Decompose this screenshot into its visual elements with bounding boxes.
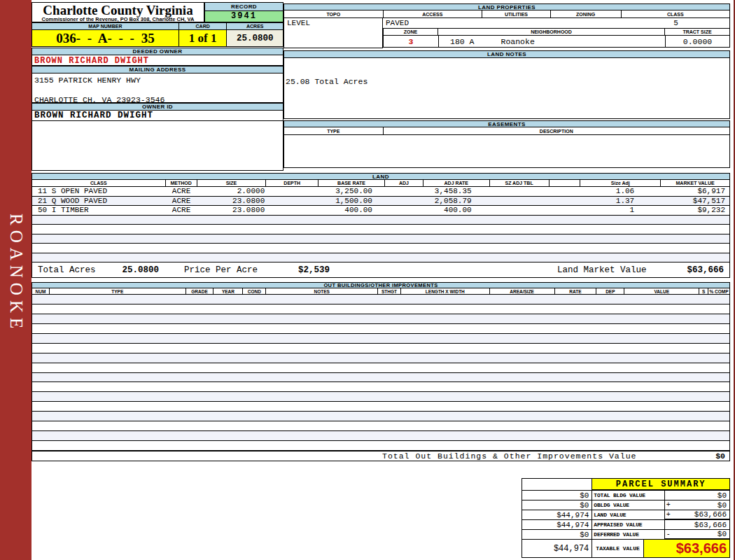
land-market-value-total: $63,666	[687, 265, 724, 275]
out-buildings-body	[31, 295, 730, 451]
summary-left-value: $0	[522, 491, 592, 500]
table-row	[32, 373, 729, 383]
class-value: 5	[622, 19, 730, 27]
summary-left-value: $0	[522, 500, 592, 510]
acres-label: ACRES	[227, 23, 283, 29]
land-base-rate: 3,250.00	[318, 187, 385, 195]
ob-col-notes: NOTES	[266, 288, 378, 294]
land-size-adj: 1.06	[580, 187, 661, 195]
access-header: ACCESS	[384, 10, 483, 18]
table-row	[32, 392, 729, 402]
easement-type-label: TYPE	[284, 127, 384, 134]
owner-id-label: OWNER ID	[31, 103, 284, 111]
land-method: ACRE	[166, 187, 197, 195]
land-col-method: METHOD	[166, 180, 197, 186]
zone-label: ZONE	[384, 29, 438, 35]
table-row	[32, 244, 729, 253]
map-value-row: 036- - A- - - 35 1 of 1 25.0800	[31, 30, 284, 47]
neighborhood-value: 180 A Roanoke	[438, 36, 665, 47]
land-totals-row: Total Acres 25.0800 Price Per Acre $2,53…	[31, 262, 730, 278]
parcel-summary: PARCEL SUMMARY $0 TOTAL BLDG VALUE $0 $0…	[522, 478, 730, 558]
land-market-value: $47,517	[661, 197, 729, 205]
price-per-acre-label: Price Per Acre	[184, 265, 258, 275]
summary-row-appraised: $44,974 APPRAISED VALUE $63,666	[522, 520, 729, 530]
summary-right-value: $0	[675, 491, 729, 500]
access-value: PAVED	[386, 19, 409, 27]
table-row	[32, 234, 729, 244]
land-col-size-adj: Size Adj	[580, 180, 661, 186]
land-class: 11 S OPEN PAVED	[32, 187, 166, 195]
mailing-address-box: 3155 PATRICK HENRY HWY CHARLOTTE CH, VA …	[31, 74, 284, 103]
land-col-adj: ADJ	[385, 180, 424, 186]
ob-col-length-width: LENGTH X WIDTH	[401, 288, 490, 294]
summary-label: DEFERRED VALUE	[592, 530, 664, 540]
neighborhood-label: NEIGHBORHOOD	[438, 29, 665, 35]
county-title: Charlotte County Virginia	[32, 4, 204, 17]
summary-left-value: $44,974	[522, 510, 592, 520]
summary-left-value: $0	[522, 530, 592, 540]
total-acres-label: Total Acres	[38, 265, 96, 275]
land-col-size: SIZE	[197, 180, 267, 186]
ob-col-pct-comp: % COMP	[708, 288, 729, 294]
land-properties-header-row: TOPO ACCESS UTILITIES ZONING CLASS	[284, 10, 730, 18]
summary-operator: +	[665, 511, 675, 519]
topo-header: TOPO	[284, 10, 384, 18]
summary-right-value: $0	[675, 530, 729, 538]
table-row: 11 S OPEN PAVEDACRE2.00003,250.003,458.3…	[32, 187, 729, 197]
summary-operator: +	[665, 501, 675, 509]
summary-right-value: $63,666	[675, 510, 729, 519]
land-col-market-value: MARKET VALUE	[661, 180, 729, 186]
summary-row-taxable: $44,974 TAXABLE VALUE $63,666	[522, 540, 729, 557]
map-header-row: MAP NUMBER CARD ACRES	[31, 22, 284, 30]
summary-left-value: $44,974	[522, 520, 592, 530]
table-row	[32, 354, 729, 363]
county-header-box: Charlotte County Virginia Commissioner o…	[31, 2, 204, 22]
ob-col-sthgt: STHGT	[378, 288, 401, 294]
zoning-header: ZONING	[551, 10, 622, 18]
land-notes-title: LAND NOTES	[284, 50, 730, 58]
land-market-value: $9,232	[661, 206, 729, 214]
out-buildings-title: OUT BUILDINGS/OTHER IMPROVEMENTS	[31, 282, 730, 288]
zone-value-row: 3 180 A Roanoke 0.0000	[383, 36, 730, 48]
land-method: ACRE	[166, 206, 197, 214]
taxable-left-value: $44,974	[522, 540, 592, 557]
table-row: 50 I TIMBERACRE23.0800400.00400.001$9,23…	[32, 206, 729, 216]
land-table-header-row: CLASS METHOD SIZE DEPTH BASE RATE ADJ AD…	[31, 180, 730, 187]
taxable-label: TAXABLE VALUE	[592, 540, 644, 557]
table-row	[32, 363, 729, 373]
district-vertical-label: ROANOKE	[0, 209, 31, 338]
table-row	[32, 412, 729, 421]
utilities-header: UTILITIES	[482, 10, 551, 18]
ob-col-year: YEAR	[214, 288, 243, 294]
land-properties-title: LAND PROPERTIES	[284, 4, 730, 10]
summary-blank-cell	[522, 479, 592, 491]
land-adj-rate: 400.00	[424, 206, 490, 214]
parcel-summary-title: PARCEL SUMMARY	[592, 479, 729, 491]
table-row	[32, 314, 729, 324]
table-row	[32, 441, 729, 451]
land-table-body: 11 S OPEN PAVEDACRE2.00003,250.003,458.3…	[31, 187, 730, 262]
land-base-rate: 400.00	[318, 206, 385, 214]
summary-row-deferred: $0 DEFERRED VALUE -$0	[522, 530, 729, 540]
table-row	[32, 382, 729, 392]
mailing-address-label: MAILING ADDRESS	[31, 66, 284, 74]
tract-size-label: TRACT SIZE	[665, 29, 729, 35]
ob-total-label: Total Out Buildings & Other Improvements…	[382, 451, 636, 461]
land-base-rate: 1,500.00	[318, 197, 385, 205]
land-col-adj-rate: ADJ RATE	[424, 180, 490, 186]
easement-description-label: DESCRIPTION	[384, 127, 729, 134]
summary-right-value: $0	[675, 501, 729, 510]
summary-right-value: $63,666	[675, 521, 729, 529]
land-notes-box: 25.08 Total Acres	[284, 58, 730, 119]
out-buildings-header-row: NUM TYPE GRADE YEAR COND NOTES STHGT LEN…	[31, 288, 730, 295]
land-col-depth: DEPTH	[266, 180, 318, 186]
record-card: Charlotte County Virginia Commissioner o…	[31, 0, 730, 560]
ob-col-num: NUM	[32, 288, 50, 294]
land-class: 50 I TIMBER	[32, 206, 166, 214]
map-number-value: 036- - A- - - 35	[32, 30, 179, 46]
land-market-value: $6,917	[661, 187, 729, 195]
land-class: 21 Q WOOD PAVED	[32, 197, 166, 205]
table-row	[32, 431, 729, 441]
table-row	[32, 295, 729, 304]
summary-label: APPRAISED VALUE	[592, 520, 664, 530]
